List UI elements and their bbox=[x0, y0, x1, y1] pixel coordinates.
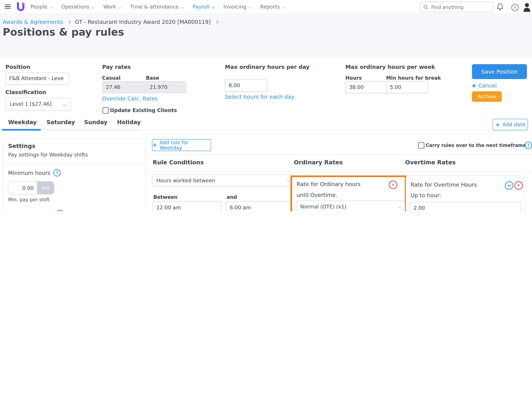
nav-item-invoicing[interactable]: Invoicing bbox=[223, 4, 251, 10]
help-icon[interactable]: ? bbox=[511, 4, 519, 11]
chevron-down-icon bbox=[180, 5, 184, 8]
column-overtime-rates: Overtime Rates bbox=[405, 159, 456, 166]
nav-item-reports[interactable]: Reports bbox=[260, 4, 285, 10]
chevron-right-icon bbox=[215, 20, 218, 24]
position-label: Position bbox=[6, 64, 30, 70]
add-date-button[interactable]: +Add date bbox=[493, 119, 528, 130]
settings-title: Settings bbox=[8, 142, 35, 149]
between-time-value: 12:00 am bbox=[157, 205, 181, 211]
overtime1-hour-input[interactable]: 2.00 bbox=[410, 202, 521, 211]
save-position-button[interactable]: Save Position bbox=[472, 64, 527, 79]
pay-rates-title: Pay rates bbox=[102, 64, 131, 70]
nav-item-label: Operations bbox=[61, 4, 89, 10]
and-time-value: 6:00 am bbox=[230, 205, 251, 211]
classification-select[interactable]: Level 1 [$27.46] bbox=[6, 98, 71, 111]
minimum-hours-input[interactable]: 0.00 hrs bbox=[8, 181, 54, 194]
hamburger-menu-icon[interactable] bbox=[5, 4, 11, 9]
overtime1-scope: Up to hour: bbox=[411, 192, 441, 198]
avatar[interactable] bbox=[523, 2, 531, 12]
archive-button[interactable]: Archive bbox=[472, 91, 502, 102]
remove-overtime1-icon[interactable]: ✕ bbox=[514, 181, 523, 190]
nav-item-label: Work bbox=[103, 4, 116, 10]
max-hours-day-input[interactable]: 8.00 bbox=[225, 79, 267, 92]
update-existing-clients-checkbox[interactable] bbox=[102, 107, 109, 114]
rule1-condition-type: Hours worked between bbox=[157, 177, 215, 183]
nav-item-operations[interactable]: Operations bbox=[61, 4, 94, 10]
breadcrumb-current[interactable]: GT - Restaurant Industry Award 2020 [MA0… bbox=[75, 19, 210, 25]
base-rate-value: 21.970 bbox=[150, 84, 167, 90]
nav-item-people[interactable]: People bbox=[31, 4, 52, 10]
column-rule-conditions: Rule Conditions bbox=[153, 159, 204, 166]
nav-item-work[interactable]: Work bbox=[103, 4, 121, 10]
columns-divider-bottom bbox=[145, 172, 532, 172]
help-glyph: ? bbox=[56, 171, 58, 175]
search-input[interactable] bbox=[431, 4, 483, 10]
nav-item-label: Invoicing bbox=[223, 4, 246, 10]
carry-rules-help-icon[interactable]: ? bbox=[525, 141, 532, 149]
page-title: Positions & pay rules bbox=[3, 26, 124, 38]
top-nav: People Operations Work Time & attendance… bbox=[0, 0, 532, 14]
tab-saturday[interactable]: Saturday bbox=[46, 119, 75, 126]
nav-item-payroll[interactable]: Payroll bbox=[193, 4, 214, 10]
tab-weekday[interactable]: Weekday bbox=[8, 119, 37, 126]
close-glyph: ✕ bbox=[517, 183, 520, 188]
nav-item-label: Reports bbox=[260, 4, 280, 10]
select-hours-each-day-link[interactable]: Select hours for each day bbox=[225, 94, 294, 100]
breadcrumb-link-awards[interactable]: Awards & Agreements bbox=[3, 19, 63, 25]
collapse-overtime1-icon[interactable] bbox=[505, 181, 513, 190]
nav-item-label: Payroll bbox=[193, 4, 209, 10]
notifications-bell-icon[interactable] bbox=[497, 3, 504, 11]
positions-pay-rules-page: People Operations Work Time & attendance… bbox=[0, 0, 532, 211]
close-icon: ✖ bbox=[472, 83, 476, 89]
app-logo[interactable] bbox=[17, 2, 25, 13]
minimum-hours-helper: Min. pay per shift bbox=[8, 197, 50, 202]
classification-value: Level 1 [$27.46] bbox=[10, 101, 51, 107]
and-time-input[interactable]: 6:00 am bbox=[226, 201, 294, 211]
ordinary-rate-value: Normal (OTE) (x1) bbox=[300, 204, 347, 210]
add-rule-label: Add rule for Weekday bbox=[159, 140, 211, 150]
chevron-right-icon bbox=[67, 20, 71, 24]
ordinary-rate-select[interactable]: Normal (OTE) (x1) bbox=[296, 201, 405, 211]
remove-ordinary-rate-icon[interactable]: ✕ bbox=[389, 180, 397, 189]
override-calc-rates-link[interactable]: Override Calc. Rates bbox=[102, 95, 158, 102]
nav-item-time-attendance[interactable]: Time & attendance bbox=[130, 4, 183, 10]
overtime1-hour-value: 2.00 bbox=[414, 205, 425, 211]
base-rate-input: 21.970 bbox=[146, 81, 186, 93]
chevron-down-icon bbox=[282, 5, 285, 8]
plus-icon: + bbox=[152, 142, 157, 148]
update-existing-clients-label: Update Existing Clients bbox=[110, 107, 177, 113]
and-label: and bbox=[227, 194, 237, 200]
cancel-button[interactable]: ✖ Cancel bbox=[472, 83, 497, 89]
global-search[interactable] bbox=[420, 2, 494, 12]
min-hours-break-value: 5.00 bbox=[390, 84, 401, 90]
chevron-down-icon bbox=[91, 5, 95, 8]
max-hours-day-value: 8.00 bbox=[229, 82, 240, 88]
add-date-label: Add date bbox=[502, 122, 526, 128]
tab-sunday[interactable]: Sunday bbox=[84, 119, 108, 126]
chevron-down-icon bbox=[398, 205, 401, 208]
classification-label: Classification bbox=[6, 89, 46, 95]
tab-holiday[interactable]: Holiday bbox=[117, 119, 141, 126]
carry-rules-checkbox[interactable] bbox=[418, 142, 424, 149]
ordinary-rate-title-1: Rate for Ordinary hours bbox=[297, 181, 361, 187]
chevron-down-icon bbox=[62, 102, 67, 106]
plus-icon: + bbox=[495, 122, 500, 127]
minimum-hours-help-icon[interactable]: ? bbox=[53, 169, 61, 176]
min-hours-break-input[interactable]: 5.00 bbox=[386, 81, 428, 93]
chevron-down-icon bbox=[248, 5, 252, 8]
casual-label: Casual bbox=[102, 75, 120, 81]
search-icon bbox=[423, 5, 428, 9]
add-rule-weekday-button[interactable]: +Add rule for Weekday bbox=[152, 139, 211, 151]
rule1-condition-type-select[interactable]: Hours worked between bbox=[152, 174, 294, 186]
week-hours-input[interactable]: 38.00 bbox=[345, 81, 388, 93]
nav-item-label: People bbox=[31, 4, 47, 10]
hours-unit-suffix: hrs bbox=[37, 182, 54, 194]
position-input[interactable]: F&B Attendant - Leve bbox=[6, 72, 69, 84]
breadcrumb: Awards & Agreements GT - Restaurant Indu… bbox=[3, 19, 218, 25]
between-time-input[interactable]: 12:00 am bbox=[153, 201, 221, 211]
between-label: Between bbox=[153, 194, 177, 200]
minimum-hours-value: 0.00 bbox=[8, 182, 37, 194]
carry-rules-label: Carry rules over to the next timeframe bbox=[426, 142, 526, 148]
meal-allowances-help-icon[interactable]: ? bbox=[56, 210, 64, 211]
nav-item-label: Time & attendance bbox=[130, 4, 178, 10]
